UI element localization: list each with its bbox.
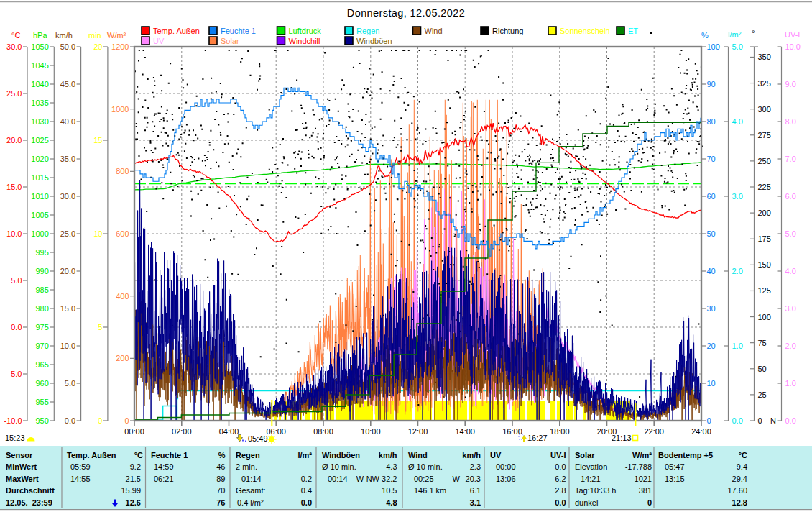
svg-text:MaxWert: MaxWert xyxy=(6,475,39,483)
svg-text:Windböen: Windböen xyxy=(356,37,392,45)
svg-text:Wind: Wind xyxy=(408,451,428,460)
svg-text:1030: 1030 xyxy=(31,117,48,126)
svg-text:3.1: 3.1 xyxy=(470,498,481,507)
svg-text:990: 990 xyxy=(35,267,48,275)
svg-text:20.3: 20.3 xyxy=(466,475,481,483)
svg-text:W/m²: W/m² xyxy=(107,31,126,40)
svg-text:24:00: 24:00 xyxy=(691,427,711,436)
svg-text:UV: UV xyxy=(490,451,502,460)
svg-text:W/m²: W/m² xyxy=(632,451,652,460)
svg-text:0: 0 xyxy=(124,416,129,425)
svg-text:Bodentemp +5: Bodentemp +5 xyxy=(658,451,713,460)
svg-text:325: 325 xyxy=(758,79,771,88)
svg-text:0.4: 0.4 xyxy=(301,486,312,495)
svg-text:°C: °C xyxy=(11,31,20,40)
svg-text:60: 60 xyxy=(707,192,716,201)
svg-text:75: 75 xyxy=(758,339,767,347)
svg-text:300: 300 xyxy=(758,105,771,114)
svg-text:Ø 10 min.: Ø 10 min. xyxy=(322,462,356,471)
svg-text:Regen: Regen xyxy=(356,27,379,35)
svg-text:30: 30 xyxy=(707,304,716,313)
svg-text:350: 350 xyxy=(758,52,771,61)
svg-text:1.0: 1.0 xyxy=(732,342,743,350)
svg-text:175: 175 xyxy=(758,234,771,243)
svg-text:76: 76 xyxy=(216,498,225,507)
svg-text:Wind: Wind xyxy=(425,27,443,35)
svg-text:05:59: 05:59 xyxy=(70,462,91,471)
svg-text:2.0: 2.0 xyxy=(732,267,743,275)
svg-text:0: 0 xyxy=(758,416,762,425)
svg-text:13:06: 13:06 xyxy=(496,475,516,483)
svg-text:30.0: 30.0 xyxy=(60,192,75,201)
svg-text:25: 25 xyxy=(758,390,767,399)
svg-text:10.0: 10.0 xyxy=(60,342,75,350)
svg-text:1045: 1045 xyxy=(31,61,48,70)
svg-text:21.5: 21.5 xyxy=(126,475,141,483)
svg-text:6.0: 6.0 xyxy=(785,192,796,201)
svg-text:12.6: 12.6 xyxy=(126,498,141,507)
svg-text:800: 800 xyxy=(116,167,129,175)
svg-text:0.0: 0.0 xyxy=(65,416,75,425)
svg-text:05:47: 05:47 xyxy=(665,462,685,471)
svg-text:km/h: km/h xyxy=(462,451,481,460)
svg-text:N: N xyxy=(770,416,776,425)
svg-text:18:00: 18:00 xyxy=(550,427,570,436)
svg-text:Regen: Regen xyxy=(236,451,260,460)
svg-text:W: W xyxy=(453,475,461,483)
svg-text:46: 46 xyxy=(216,462,225,471)
svg-text:dunkel: dunkel xyxy=(575,498,598,507)
svg-text:%: % xyxy=(701,31,709,40)
svg-text:ET: ET xyxy=(628,27,638,35)
svg-text:Ø 10 min.: Ø 10 min. xyxy=(408,462,443,471)
svg-text:14:55: 14:55 xyxy=(70,475,91,483)
svg-text:0.2: 0.2 xyxy=(301,475,312,483)
svg-text:0.0: 0.0 xyxy=(555,498,566,507)
svg-text:9.2: 9.2 xyxy=(130,462,141,471)
svg-text:0.4 l/m²: 0.4 l/m² xyxy=(237,498,264,507)
svg-text:0.0: 0.0 xyxy=(732,416,743,425)
svg-text:12:00: 12:00 xyxy=(408,427,428,436)
svg-text:10: 10 xyxy=(707,379,716,388)
svg-text:14:21: 14:21 xyxy=(581,475,601,483)
svg-text:10.0: 10.0 xyxy=(6,229,22,238)
svg-text:32.2: 32.2 xyxy=(382,475,397,483)
svg-text:985: 985 xyxy=(35,285,48,294)
svg-text:1020: 1020 xyxy=(31,155,48,163)
svg-text:°: ° xyxy=(752,29,755,37)
svg-text:6.1: 6.1 xyxy=(470,486,481,495)
svg-text:13:15: 13:15 xyxy=(665,475,685,483)
svg-text:15.0: 15.0 xyxy=(6,183,22,191)
svg-text:20: 20 xyxy=(93,42,102,51)
svg-text:W-NW: W-NW xyxy=(356,475,380,483)
svg-text:40: 40 xyxy=(707,267,716,275)
svg-text:10: 10 xyxy=(93,229,102,238)
svg-text:200: 200 xyxy=(758,209,771,217)
svg-text:02:00: 02:00 xyxy=(172,427,192,436)
svg-text:Windchill: Windchill xyxy=(289,37,320,45)
svg-text:3.0: 3.0 xyxy=(732,192,743,201)
svg-text:25.0: 25.0 xyxy=(60,229,75,238)
svg-text:2.0: 2.0 xyxy=(785,342,796,350)
svg-text:980: 980 xyxy=(35,304,48,313)
svg-text:04:00: 04:00 xyxy=(219,427,239,436)
svg-text:960: 960 xyxy=(35,379,48,388)
svg-text:1040: 1040 xyxy=(31,80,48,88)
svg-text:970: 970 xyxy=(35,342,48,350)
svg-text:km/h: km/h xyxy=(379,451,397,460)
svg-text:275: 275 xyxy=(758,131,771,140)
svg-text:UV: UV xyxy=(153,37,165,45)
svg-text:20.0: 20.0 xyxy=(60,267,75,275)
svg-text:1000: 1000 xyxy=(111,105,129,114)
svg-text:381: 381 xyxy=(639,486,652,495)
svg-text:06:00: 06:00 xyxy=(266,427,286,436)
svg-text:20.0: 20.0 xyxy=(6,136,22,145)
svg-text:01:14: 01:14 xyxy=(241,475,262,483)
svg-text:Solar: Solar xyxy=(575,451,595,460)
svg-text:06:21: 06:21 xyxy=(154,475,174,483)
svg-text:Feuchte 1: Feuchte 1 xyxy=(151,451,188,460)
svg-text:0.0: 0.0 xyxy=(785,416,796,425)
svg-text:1025: 1025 xyxy=(31,136,48,145)
svg-text:Windböen: Windböen xyxy=(322,451,360,460)
svg-text:1021: 1021 xyxy=(635,475,652,483)
svg-text:00:14: 00:14 xyxy=(328,475,348,483)
